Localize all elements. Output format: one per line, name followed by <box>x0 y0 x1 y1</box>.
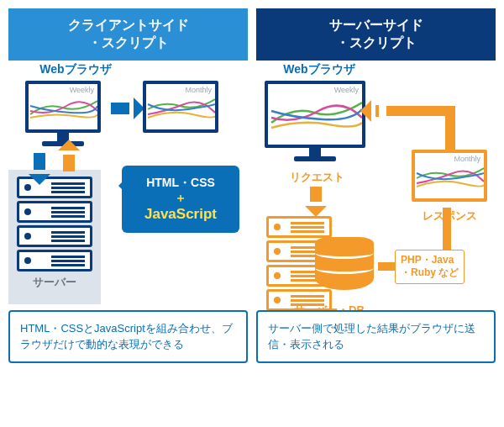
arrow-transform-icon <box>111 103 129 114</box>
database-icon <box>315 237 374 290</box>
chart-lines-icon <box>268 94 362 133</box>
tech-list: PHP・Java ・Ruby など <box>395 250 465 284</box>
chart-title-weekly: Weekly <box>268 84 362 94</box>
arrow-response-icon <box>386 106 454 116</box>
arrow-left-icon <box>375 105 379 117</box>
chart-title-monthly: Monthly <box>415 153 484 163</box>
footnote-right: サーバー側で処理した結果がブラウザに送信・表示される <box>256 310 496 363</box>
browser-monitor-monthly: Monthly <box>143 81 218 133</box>
client-side-header: クライアントサイド ・スクリプト <box>8 8 248 61</box>
footnote-left: HTML・CSSとJavaScriptを組み合わせ、ブラウザだけで動的な表現がで… <box>8 310 248 363</box>
chart-lines-icon <box>29 94 97 121</box>
chart-title-monthly: Monthly <box>146 84 215 94</box>
chart-lines-icon <box>146 94 215 121</box>
callout-html-css: HTML・CSS <box>130 176 231 191</box>
callout-plus: ＋ <box>130 191 231 206</box>
arrow-up-icon <box>63 155 75 171</box>
chart-lines-icon <box>415 163 484 190</box>
browser-monitor-weekly: Weekly <box>265 81 365 161</box>
arrow-down-icon <box>34 153 45 170</box>
result-chart-monthly: Monthly <box>412 150 487 202</box>
browser-monitor-weekly: Weekly <box>25 81 101 146</box>
callout-javascript: JavaScript <box>130 206 231 223</box>
arrow-request-icon <box>310 187 322 202</box>
tech-callout: HTML・CSS ＋ JavaScript <box>122 166 239 233</box>
chart-title-weekly: Weekly <box>29 84 97 94</box>
request-label: リクエスト <box>290 170 344 185</box>
server-icon <box>17 177 92 271</box>
server-box: サーバー <box>8 170 101 304</box>
browser-label: Webブラウザ <box>269 62 370 77</box>
server-label: サーバー <box>15 275 94 290</box>
browser-label: Webブラウザ <box>34 62 118 77</box>
server-side-header: サーバーサイド ・スクリプト <box>256 8 496 61</box>
